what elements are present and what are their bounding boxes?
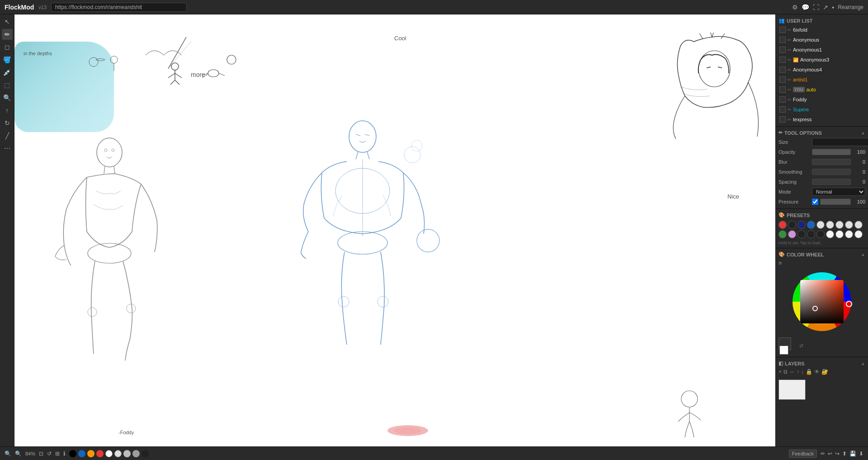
swap-colors-btn[interactable]: ⇄ — [799, 343, 803, 349]
tool-options-collapse[interactable]: ▲ — [861, 130, 865, 135]
cursor-tool[interactable]: ↖ — [2, 16, 13, 27]
color-sliders-icon[interactable]: ≡ — [778, 260, 782, 266]
upload-tool[interactable]: ↑ — [2, 105, 13, 116]
user-row[interactable]: ✏antist1 — [778, 75, 865, 85]
preset-circle-5[interactable] — [826, 221, 834, 229]
pencil-tool[interactable]: ✏ — [2, 29, 13, 40]
sync-tool[interactable]: ↻ — [2, 118, 13, 128]
preset-circle-11[interactable] — [797, 230, 806, 238]
extra-tool[interactable]: ⋯ — [2, 143, 13, 154]
zoom-tool[interactable]: 🔍 — [2, 92, 13, 103]
preset-circle-13[interactable] — [816, 230, 825, 238]
color-dot-4[interactable] — [105, 450, 113, 457]
preset-circle-15[interactable] — [835, 230, 844, 238]
color-wheel-container[interactable] — [778, 267, 865, 336]
save-bottom-icon[interactable]: 💾 — [849, 451, 856, 457]
blur-slider[interactable] — [812, 159, 851, 165]
feedback-button[interactable]: Feedback — [789, 450, 817, 458]
redo-bottom-icon[interactable]: ↪ — [835, 451, 840, 457]
color-dot-7[interactable] — [132, 450, 140, 457]
color-dot-8[interactable] — [142, 450, 149, 457]
preset-circle-1[interactable] — [788, 221, 796, 229]
user-edit-icon[interactable]: ✏ — [788, 117, 791, 122]
user-row[interactable]: ✏Supere — [778, 104, 865, 114]
zoom-out-btn[interactable]: 🔍 — [15, 451, 22, 457]
user-row[interactable]: ✏texpress — [778, 114, 865, 124]
delete-layer-btn[interactable]: 🔐 — [821, 369, 828, 375]
preset-circle-4[interactable] — [816, 221, 825, 229]
user-row[interactable]: ✏📶Anonymous3 — [778, 55, 865, 65]
grid-btn[interactable]: ⊞ — [55, 451, 60, 457]
user-edit-icon[interactable]: ✏ — [788, 77, 791, 82]
color-dot-6[interactable] — [123, 450, 131, 457]
rearrange-button[interactable]: Rearrange — [838, 4, 863, 10]
preset-circle-17[interactable] — [854, 230, 863, 238]
color-wheel-svg[interactable] — [790, 270, 854, 333]
user-edit-icon[interactable]: ✏ — [788, 38, 791, 43]
preset-circle-10[interactable] — [788, 230, 796, 238]
color-dot-0[interactable] — [69, 450, 76, 457]
preset-circle-7[interactable] — [845, 221, 853, 229]
preset-circle-3[interactable] — [807, 221, 815, 229]
zoom-reset-btn[interactable]: ↺ — [47, 451, 52, 457]
zoom-fit-btn[interactable]: ⊡ — [39, 451, 43, 457]
preset-circle-14[interactable] — [826, 230, 834, 238]
eye-icon[interactable]: 👁 — [814, 369, 820, 375]
pressure-slider[interactable] — [820, 199, 851, 205]
preset-circle-2[interactable] — [797, 221, 806, 229]
canvas-area[interactable]: in the depths more Cool Nice -Foddy — [14, 14, 775, 446]
spacing-slider[interactable] — [812, 179, 851, 185]
merge-layer-btn[interactable]: ↔ — [789, 369, 795, 375]
mode-select[interactable]: Normal — [812, 188, 865, 196]
user-edit-icon[interactable]: ✏ — [788, 28, 791, 33]
preset-circle-16[interactable] — [845, 230, 853, 238]
layer-preview-1[interactable] — [778, 379, 806, 400]
info-btn[interactable]: ℹ — [63, 451, 66, 457]
preset-circle-0[interactable] — [778, 221, 787, 229]
external-icon[interactable]: ↗ — [823, 4, 828, 11]
download-bottom-icon[interactable]: ⬇ — [859, 451, 863, 457]
preset-circle-6[interactable] — [835, 221, 844, 229]
arrow-bottom-icon[interactable]: ↩ — [828, 451, 832, 457]
opacity-slider[interactable] — [812, 149, 851, 155]
line-tool[interactable]: ╱ — [2, 130, 13, 141]
user-row[interactable]: ✏Anonymous4 — [778, 65, 865, 75]
copy-layer-btn[interactable]: ⧉ — [783, 369, 788, 375]
select-tool[interactable]: ⬚ — [2, 80, 13, 90]
color-dot-2[interactable] — [87, 450, 94, 457]
color-dot-5[interactable] — [114, 450, 122, 457]
color-dot-3[interactable] — [96, 450, 104, 457]
panel-icon[interactable]: ▪ — [832, 4, 834, 11]
layers-collapse[interactable]: ▲ — [861, 361, 865, 366]
fill-tool[interactable]: 🪣 — [2, 54, 13, 65]
background-swatch[interactable] — [779, 346, 788, 355]
size-input[interactable] — [812, 138, 868, 146]
fullscreen-icon[interactable]: ⛶ — [813, 4, 819, 11]
user-row[interactable]: ✏Foddy — [778, 95, 865, 104]
pencil-bottom-icon[interactable]: ✏ — [821, 451, 825, 457]
pressure-checkbox[interactable] — [812, 199, 818, 205]
layer-lock-btn[interactable]: 🔒 — [806, 369, 812, 375]
share-bottom-icon[interactable]: ⬆ — [842, 451, 847, 457]
user-edit-icon[interactable]: ✏ — [788, 47, 791, 52]
user-edit-icon[interactable]: ✏ — [788, 107, 791, 112]
preset-circle-12[interactable] — [807, 230, 815, 238]
user-edit-icon[interactable]: ✏ — [788, 57, 791, 62]
preset-circle-8[interactable] — [854, 221, 863, 229]
add-layer-btn[interactable]: + — [778, 369, 782, 375]
smoothing-slider[interactable] — [812, 169, 851, 175]
user-edit-icon[interactable]: ✏ — [788, 97, 791, 102]
settings-icon[interactable]: ⚙ — [792, 4, 798, 11]
user-row[interactable]: ✏Anonymous1 — [778, 45, 865, 55]
preset-circle-9[interactable] — [778, 230, 787, 238]
chat-icon[interactable]: 💬 — [802, 4, 809, 11]
eraser-tool[interactable]: ◻ — [2, 42, 13, 52]
eyedropper-tool[interactable]: 💉 — [2, 67, 13, 78]
user-row[interactable]: ✏Anonymous — [778, 35, 865, 45]
color-dot-1[interactable] — [78, 450, 85, 457]
user-edit-icon[interactable]: ✏ — [788, 67, 791, 72]
user-edit-icon[interactable]: ✏ — [788, 87, 791, 92]
user-row[interactable]: ✏6ixfold — [778, 25, 865, 35]
zoom-in-btn[interactable]: 🔍 — [5, 451, 11, 457]
move-layer-down-btn[interactable]: ↓ — [801, 369, 804, 375]
